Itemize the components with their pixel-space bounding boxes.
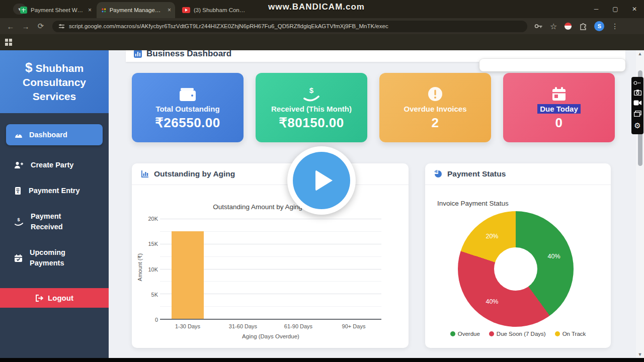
logout-button[interactable]: Logout bbox=[0, 288, 109, 308]
sidebar-item-label: Payment Entry bbox=[29, 186, 80, 196]
sidebar-item-create-party[interactable]: Create Party bbox=[6, 152, 103, 178]
sheets-icon bbox=[20, 7, 27, 14]
tab-title: Payment Sheet Web App V1 - C bbox=[31, 7, 84, 13]
x-axis-label: Aging (Days Overdue) bbox=[160, 333, 381, 339]
logout-label: Logout bbox=[48, 294, 73, 302]
stat-label: Overdue Invoices bbox=[404, 105, 466, 113]
extension-icon[interactable] bbox=[564, 22, 572, 30]
settings-gear-icon[interactable]: ⚙ bbox=[634, 121, 640, 130]
toolbar-right: ☆ S ⋮ bbox=[534, 21, 618, 31]
panel-title: Payment Status bbox=[447, 169, 506, 178]
menu-dots-icon[interactable]: ⋮ bbox=[611, 22, 618, 30]
minimize-button[interactable]: ─ bbox=[587, 0, 606, 18]
window-capture-icon[interactable] bbox=[634, 111, 641, 117]
brand-header: $Shubham Consultancy Services bbox=[0, 50, 109, 113]
stat-value: 0 bbox=[555, 115, 563, 131]
play-button[interactable] bbox=[293, 152, 350, 209]
y-tick-label: 5K bbox=[151, 292, 158, 298]
dashboard-chart-icon bbox=[134, 50, 142, 58]
stat-label: Total Outstanding bbox=[155, 105, 219, 113]
slice-percentage-label: 20% bbox=[486, 233, 498, 240]
donut-chart: 40%40%20% bbox=[458, 211, 574, 327]
legend-label: On Track bbox=[562, 331, 586, 337]
maximize-button[interactable]: ▢ bbox=[606, 0, 625, 18]
record-options-icon[interactable] bbox=[633, 81, 641, 85]
site-info-icon[interactable] bbox=[58, 23, 65, 30]
reload-icon[interactable]: ⟳ bbox=[33, 22, 48, 31]
legend-item: On Track bbox=[555, 331, 586, 337]
close-tab-icon[interactable]: × bbox=[168, 7, 171, 14]
stat-card-due-today: Due Today 0 bbox=[503, 73, 615, 142]
video-camera-icon[interactable] bbox=[633, 100, 641, 106]
close-button[interactable]: ✕ bbox=[625, 0, 644, 18]
legend-label: Overdue bbox=[458, 331, 480, 337]
youtube-icon bbox=[182, 7, 190, 13]
stat-card-received: $ Received (This Month) ₹80150.00 bbox=[256, 73, 367, 142]
back-icon[interactable]: ← bbox=[3, 22, 18, 31]
alert-icon bbox=[428, 84, 443, 102]
x-tick-label: 61-90 Days bbox=[284, 323, 312, 329]
x-tick-label: 1-30 Days bbox=[175, 323, 200, 329]
bar-chart-title: Outstanding Amount by Aging Buckets bbox=[160, 203, 381, 211]
chart-legend: OverdueDue Soon (7 Days)On Track bbox=[425, 331, 611, 337]
forward-icon[interactable]: → bbox=[18, 22, 33, 31]
close-tab-icon[interactable]: × bbox=[88, 7, 92, 14]
page-title: Business Dashboard bbox=[134, 50, 231, 60]
bandicam-watermark: www.BANDICAM.com bbox=[268, 2, 365, 12]
tab-payment-sheet[interactable]: Payment Sheet Web App V1 - C × bbox=[15, 2, 96, 18]
panel-header: Payment Status bbox=[425, 163, 611, 185]
tab-youtube[interactable]: (3) Shubham Consultancy Ser bbox=[177, 2, 278, 18]
scroll-up-icon[interactable]: ▲ bbox=[636, 50, 644, 57]
extensions-puzzle-icon[interactable] bbox=[579, 22, 587, 30]
bandicam-toolbar: ⚙ bbox=[631, 77, 643, 134]
hand-money-icon: $ bbox=[14, 217, 24, 226]
svg-text:$: $ bbox=[17, 217, 20, 222]
donut-hole bbox=[494, 247, 537, 291]
legend-dot bbox=[555, 331, 560, 336]
legend-item: Overdue bbox=[450, 331, 480, 337]
sidebar-item-payment-entry[interactable]: ₹ Payment Entry bbox=[6, 178, 103, 204]
stat-label-selected: Due Today bbox=[537, 104, 581, 114]
legend-dot bbox=[450, 331, 455, 336]
panel-header: Outstanding by Aging bbox=[132, 163, 409, 185]
x-axis-ticks: 1-30 Days31-60 Days61-90 Days90+ Days bbox=[160, 323, 381, 330]
browser-tab-bar: ▾ Payment Sheet Web App V1 - C × Payment… bbox=[0, 0, 644, 18]
y-tick-label: 15K bbox=[148, 241, 158, 247]
window-controls: ─ ▢ ✕ bbox=[587, 0, 644, 18]
stat-value: ₹26550.00 bbox=[155, 115, 220, 131]
stat-card-overdue: Overdue Invoices 2 bbox=[379, 73, 491, 142]
play-icon bbox=[315, 170, 333, 191]
tab-payment-management[interactable]: Payment Management Web Ap × bbox=[97, 2, 175, 18]
svg-text:$: $ bbox=[309, 86, 314, 95]
dashboard-icon bbox=[14, 131, 23, 138]
browser-toolbar: ← → ⟳ script.google.com/macros/s/AKfycby… bbox=[0, 18, 644, 34]
sidebar-item-label: Payment Received bbox=[31, 211, 86, 232]
apps-grid-icon[interactable] bbox=[5, 39, 12, 46]
camera-icon[interactable] bbox=[634, 89, 641, 96]
receipt-icon: ₹ bbox=[14, 187, 22, 195]
bar-chart-icon bbox=[141, 170, 149, 178]
bookmark-star-icon[interactable]: ☆ bbox=[550, 22, 557, 31]
address-bar[interactable]: script.google.com/macros/s/AKfycbyr6TszV… bbox=[52, 21, 527, 32]
sidebar-item-dashboard[interactable]: Dashboard bbox=[6, 124, 103, 145]
slice-percentage-label: 40% bbox=[486, 298, 498, 305]
y-tick-label: 20K bbox=[148, 216, 158, 222]
stat-value: 2 bbox=[432, 115, 439, 131]
person-plus-icon bbox=[14, 161, 24, 169]
scroll-down-icon[interactable]: ▼ bbox=[636, 351, 644, 358]
profile-avatar[interactable]: S bbox=[594, 21, 604, 31]
legend-dot bbox=[489, 331, 494, 336]
sidebar-item-payment-received[interactable]: $ Payment Received bbox=[6, 204, 103, 240]
url-text: script.google.com/macros/s/AKfycbyr6TszV… bbox=[69, 23, 388, 29]
dollar-icon: $ bbox=[25, 60, 32, 75]
video-play-overlay[interactable] bbox=[287, 146, 356, 215]
sidebar-item-label: Upcoming Payments bbox=[30, 247, 85, 268]
tab-title: (3) Shubham Consultancy Ser bbox=[194, 7, 248, 13]
apps-script-icon bbox=[102, 7, 106, 14]
passwords-key-icon[interactable] bbox=[534, 23, 543, 29]
x-tick-label: 31-60 Days bbox=[229, 323, 257, 329]
empty-tooltip-box bbox=[479, 59, 625, 71]
payment-status-panel: Payment Status Invoice Payment Status 40… bbox=[425, 163, 611, 348]
sidebar-item-upcoming-payments[interactable]: Upcoming Payments bbox=[6, 240, 103, 276]
web-app-page: $Shubham Consultancy Services Dashboard … bbox=[0, 50, 644, 358]
